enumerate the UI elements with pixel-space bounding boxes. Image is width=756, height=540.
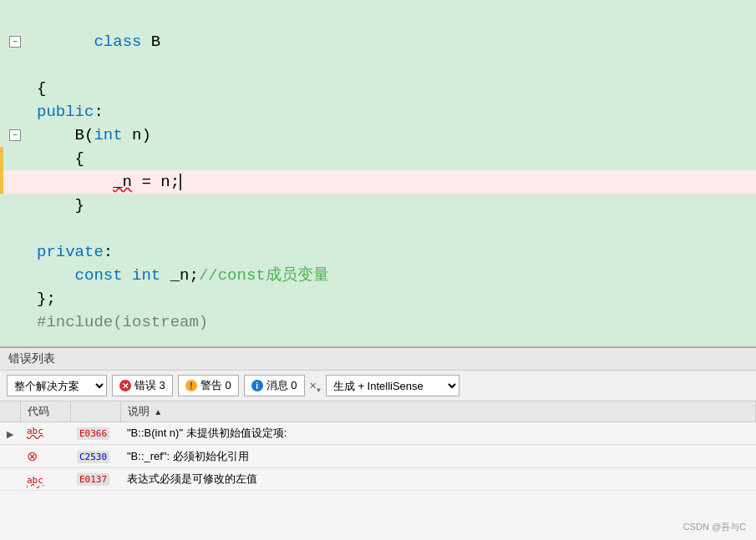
error-circle-icon-2: ⊗ xyxy=(27,449,38,463)
line-gutter-4: − xyxy=(0,129,30,141)
cursor xyxy=(180,174,181,190)
line-content-11: }; xyxy=(30,287,56,310)
expand-cell-3 xyxy=(0,468,20,491)
line-content-6: _n = n; xyxy=(30,170,181,194)
type-cell-1: abc xyxy=(20,422,70,440)
code-line-8 xyxy=(0,217,756,240)
messages-filter-button[interactable]: i 消息 0 xyxy=(244,375,305,396)
error-row-3[interactable]: abc E0137 表达式必须是可修改的左值 xyxy=(0,468,756,491)
sort-arrow: ▲ xyxy=(154,407,162,416)
line-content-7: } xyxy=(30,194,84,217)
code-line-10: const int _n;//const成员变量 xyxy=(0,264,756,287)
error-icon: ✕ xyxy=(119,380,131,391)
warnings-filter-button[interactable]: ! 警告 0 xyxy=(178,375,239,396)
desc-cell-2: "B::_ref": 必须初始化引用 xyxy=(120,445,756,468)
line-content-3: public: xyxy=(30,100,104,124)
code-line-4: − B(int n) xyxy=(0,124,756,147)
error-panel: 错误列表 整个解决方案 当前文档 当前项目 ✕ 错误 3 ! 警告 0 i 消息… xyxy=(0,346,756,540)
generate-select[interactable]: 生成 + IntelliSense 生成 IntelliSense xyxy=(326,375,459,396)
errors-filter-button[interactable]: ✕ 错误 3 xyxy=(112,375,173,396)
col-type[interactable]: 代码 xyxy=(20,401,70,422)
code-cell-1: E0366 xyxy=(70,422,120,445)
code-line-3: public: xyxy=(0,100,756,124)
error-row-2[interactable]: ⊗ C2530 "B::_ref": 必须初始化引用 xyxy=(0,445,756,468)
line-content-5: { xyxy=(30,147,84,170)
expand-cell-2 xyxy=(0,445,20,468)
yellow-bar-6 xyxy=(0,170,3,194)
warnings-label: 警告 0 xyxy=(200,378,231,393)
filter-icon: ✕▼ xyxy=(310,378,321,394)
code-line-7: } xyxy=(0,194,756,217)
collapse-btn-1[interactable]: − xyxy=(9,36,21,48)
code-line-1: − class B xyxy=(0,7,756,77)
collapse-btn-4[interactable]: − xyxy=(9,129,21,141)
error-code-2: C2530 xyxy=(77,451,109,463)
error-panel-title: 错误列表 xyxy=(0,348,756,371)
type-cell-3: abc xyxy=(20,468,70,491)
info-icon: i xyxy=(251,380,263,391)
line-content-8 xyxy=(30,217,46,240)
line-content-12: #include(iostream) xyxy=(30,310,208,334)
abc-icon-1: abc xyxy=(27,426,43,437)
line-content-9: private: xyxy=(30,240,113,264)
abc-icon-3: abc xyxy=(27,475,43,486)
col-description[interactable]: 说明 ▲ xyxy=(120,401,756,422)
desc-cell-3: 表达式必须是可修改的左值 xyxy=(120,468,756,491)
filter-select[interactable]: 整个解决方案 当前文档 当前项目 xyxy=(7,375,107,396)
csdn-watermark: CSDN @吾与C xyxy=(683,521,746,533)
code-line-2: { xyxy=(0,77,756,100)
code-line-9: private: xyxy=(0,240,756,264)
col-code xyxy=(70,401,120,422)
code-cell-3: E0137 xyxy=(70,468,120,491)
code-line-5: { xyxy=(0,147,756,170)
error-row-1[interactable]: ▶ abc E0366 "B::B(int n)" 未提供初始值设定项: xyxy=(0,422,756,445)
line-content-1: class B xyxy=(30,7,160,77)
code-cell-2: C2530 xyxy=(70,445,120,468)
expand-arrow-1[interactable]: ▶ xyxy=(7,429,13,439)
line-gutter-1: − xyxy=(0,36,30,48)
yellow-bar-5 xyxy=(0,147,3,170)
code-line-6: _n = n; xyxy=(0,170,756,194)
warning-icon: ! xyxy=(185,380,197,391)
editor-area: − class B { public: − B(int n) { _n = n; xyxy=(0,0,756,346)
error-toolbar: 整个解决方案 当前文档 当前项目 ✕ 错误 3 ! 警告 0 i 消息 0 ✕▼… xyxy=(0,371,756,401)
line-content-4: B(int n) xyxy=(30,124,151,147)
code-line-11: }; xyxy=(0,287,756,310)
expand-cell-1[interactable]: ▶ xyxy=(0,422,20,445)
error-code-1: E0366 xyxy=(77,427,109,440)
error-code-3: E0137 xyxy=(77,473,109,486)
line-content-2: { xyxy=(30,77,46,100)
desc-cell-1: "B::B(int n)" 未提供初始值设定项: xyxy=(120,422,756,445)
code-line-12: #include(iostream) xyxy=(0,310,756,334)
messages-label: 消息 0 xyxy=(266,378,297,393)
errors-label: 错误 3 xyxy=(134,378,165,393)
col-expand xyxy=(0,401,20,422)
type-cell-2: ⊗ xyxy=(20,445,70,468)
line-content-10: const int _n;//const成员变量 xyxy=(30,264,329,287)
error-table: 代码 说明 ▲ ▶ abc E0366 "B::B(int n)" 未提供初始值… xyxy=(0,401,756,491)
